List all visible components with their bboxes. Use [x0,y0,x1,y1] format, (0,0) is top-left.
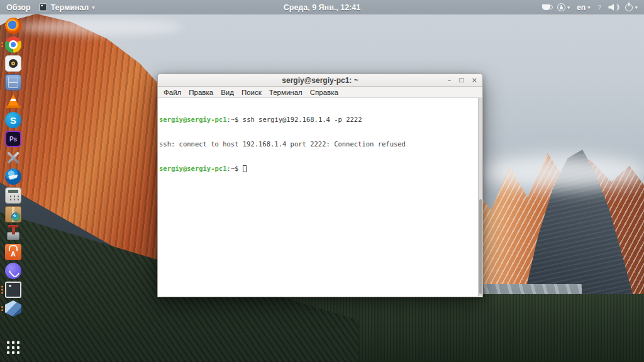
launcher-item-skype[interactable] [5,112,24,128]
chevron-down-icon: ▾ [92,4,95,11]
software-center-icon [5,244,21,260]
activities-button[interactable]: Обзор [6,3,30,12]
window-controls: – □ × [448,74,477,86]
wallpaper-snow-haze [19,19,182,35]
output-text: ssh: connect to host 192.168.1.4 port 22… [159,140,406,148]
caffeine-cup-icon[interactable] [542,4,550,10]
window-titlebar[interactable]: sergiy@sergiy-pc1: ~ – □ × [158,74,482,87]
launcher-item-package[interactable] [5,206,24,222]
terminal-line: ssh: connect to host 192.168.1.4 port 22… [159,140,476,148]
chevron-down-icon: ▾ [587,4,591,11]
archive-manager-icon [5,225,21,241]
system-tray: ▾ en ▾ ? ▾ [542,3,638,12]
prompt-suffix: :~$ [226,165,238,172]
launcher-item-terminal[interactable] [5,282,24,298]
menu-terminal[interactable]: Терминал [265,89,306,96]
chevron-down-icon: ▾ [635,4,638,11]
launcher-item-calculator[interactable] [5,187,24,204]
volume-icon [608,3,618,11]
maximize-button[interactable]: □ [458,77,464,83]
system-tools-icon [5,150,21,166]
menu-file[interactable]: Файл [160,89,185,96]
thunderbird-icon [5,168,21,185]
minimize-button[interactable]: – [448,77,452,84]
menubar: ФайлПравкаВидПоискТерминалСправка [158,87,482,98]
launcher-item-file-cabinet[interactable] [5,74,24,90]
launcher-item-viber[interactable] [5,263,24,279]
photoshop-icon [5,131,21,147]
accessibility-menu[interactable]: ▾ [557,3,570,11]
firefox-icon [5,18,21,34]
prompt-suffix: :~$ [226,116,238,123]
launcher-item-archive-manager[interactable] [5,225,24,241]
file-cabinet-icon [5,74,21,90]
terminal-window: sergiy@sergiy-pc1: ~ – □ × ФайлПравкаВид… [157,74,483,297]
scrollbar-thumb[interactable] [479,199,482,294]
running-indicator-dots [1,306,3,311]
viber-icon [5,263,21,279]
terminal-line: sergiy@sergiy-pc1:~$ [159,165,476,173]
terminal-line: sergiy@sergiy-pc1:~$ssh sergiy@192.168.1… [159,116,476,124]
terminal-content[interactable]: sergiy@sergiy-pc1:~$ssh sergiy@192.168.1… [158,98,482,296]
running-indicator-dots [1,286,3,294]
launcher-item-photoshop[interactable] [5,131,24,147]
launcher-item-thunderbird[interactable] [5,168,24,185]
launcher [0,18,28,319]
skype-icon [5,112,21,128]
app-menu-label: Терминал [50,3,89,12]
accessibility-icon [557,3,565,11]
launcher-item-software-center[interactable] [5,244,24,260]
terminal-icon [5,282,21,298]
menu-search[interactable]: Поиск [238,89,265,96]
menu-help[interactable]: Справка [306,89,342,96]
top-bar: Обзор Терминал ▾ Среда, 9 Янв., 12:41 ▾ … [0,0,644,14]
command-text: ssh sergiy@192.168.1.4 -p 2222 [238,116,362,123]
menu-view[interactable]: Вид [217,89,238,96]
prompt: sergiy@sergiy-pc1 [159,116,226,123]
power-menu[interactable]: ▾ [625,4,638,11]
vlc-icon [5,93,21,109]
launcher-item-vlc[interactable] [5,93,24,109]
keyboard-layout-label: en [577,3,586,12]
camera-app-icon [5,55,21,72]
running-indicator-dots [1,42,3,47]
volume-menu[interactable] [608,3,618,11]
clock[interactable]: Среда, 9 Янв., 12:41 [284,3,360,12]
terminal-mini-icon [39,3,47,11]
text-cursor [243,165,247,172]
launcher-item-camera-app[interactable] [5,55,24,72]
scrollbar[interactable] [478,98,482,296]
launcher-item-firefox[interactable] [5,18,24,34]
close-button[interactable]: × [472,77,477,84]
show-applications-grid-icon[interactable] [6,340,19,354]
app-menu[interactable]: Терминал ▾ [39,3,94,12]
launcher-item-chrome[interactable] [5,36,24,53]
power-icon [625,4,633,11]
wallpaper-fog [478,155,644,190]
chevron-down-icon: ▾ [567,4,570,11]
menu-edit[interactable]: Правка [185,89,217,96]
launcher-item-virtualbox[interactable] [5,300,24,317]
window-title: sergiy@sergiy-pc1: ~ [282,76,358,85]
chrome-icon [5,36,21,53]
keyboard-layout-menu[interactable]: en ▾ [577,3,591,12]
package-icon [5,206,21,222]
question-indicator[interactable]: ? [597,4,602,11]
desktop: Обзор Терминал ▾ Среда, 9 Янв., 12:41 ▾ … [0,0,644,362]
prompt: sergiy@sergiy-pc1 [159,165,226,172]
virtualbox-icon [5,300,21,317]
launcher-item-system-tools[interactable] [5,150,24,166]
calculator-icon [5,187,21,204]
